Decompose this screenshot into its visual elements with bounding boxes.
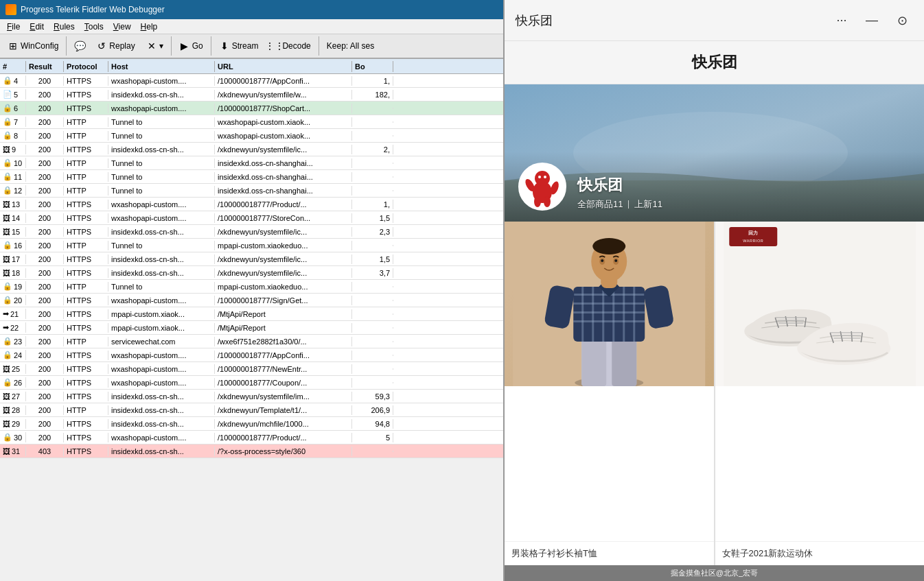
cell-num-8: 🔒 12 (0, 185, 26, 195)
cell-url-5: /xkdnewyun/systemfile/ic... (215, 145, 352, 154)
table-row[interactable]: ➡ 22 200 HTTPS mpapi-custom.xiaok... /Mt… (0, 321, 503, 335)
cell-host-9: wxashopapi-custom.... (108, 200, 215, 209)
table-row[interactable]: 🔒 16 200 HTTP Tunnel to mpapi-custom.xia… (0, 239, 503, 252)
product-card-2[interactable]: 回力 WARRIOR (715, 222, 925, 565)
cell-url-11: /xkdnewyun/systemfile/ic... (215, 227, 352, 237)
session-list[interactable]: 🔒 4 200 HTTPS wxashopapi-custom.... /100… (0, 74, 503, 581)
remove-dropdown: ▾ (159, 41, 163, 51)
cell-host-12: Tunnel to (108, 241, 215, 250)
winconfig-button[interactable]: ⊞ WinConfig (3, 38, 63, 54)
cell-result-2: 200 (26, 104, 64, 113)
cell-body-6 (352, 163, 393, 164)
cell-url-13: /xkdnewyun/systemfile/ic... (215, 254, 352, 264)
row-icon: 📄 (3, 90, 12, 99)
cell-protocol-8: HTTP (64, 186, 108, 195)
menu-help[interactable]: Help (137, 21, 162, 33)
table-row[interactable]: 🔒 10 200 HTTP Tunnel to insidexkd.oss-cn… (0, 156, 503, 170)
row-number: 26 (14, 379, 22, 387)
cell-num-12: 🔒 16 (0, 240, 26, 250)
col-header-protocol[interactable]: Protocol (64, 61, 108, 72)
table-row[interactable]: 🔒 24 200 HTTPS wxashopapi-custom.... /10… (0, 348, 503, 362)
keep-label: Keep: All ses (327, 41, 374, 51)
minimize-button[interactable]: — (861, 10, 883, 32)
cell-body-19 (352, 341, 393, 342)
table-row[interactable]: 🖼 29 200 HTTPS insidexkd.oss-cn-sh... /x… (0, 417, 503, 431)
more-button[interactable]: ··· (831, 10, 853, 32)
menu-rules[interactable]: Rules (49, 21, 79, 33)
table-row[interactable]: 🖼 15 200 HTTPS insidexkd.oss-cn-sh... /x… (0, 225, 503, 239)
keep-button[interactable]: Keep: All ses (322, 38, 379, 54)
table-row[interactable]: 🔒 30 200 HTTPS wxashopapi-custom.... /10… (0, 431, 503, 444)
svg-point-7 (534, 196, 541, 207)
menu-view[interactable]: View (109, 21, 135, 33)
table-row[interactable]: 🖼 9 200 HTTPS insidexkd.oss-cn-sh... /xk… (0, 143, 503, 156)
comment-button[interactable]: 💬 (69, 38, 90, 54)
wechat-topbar: 快乐团 ··· — ⊙ (505, 0, 924, 41)
product-2-name-text: 女鞋子2021新款运动休 (722, 548, 813, 558)
cell-result-13: 200 (26, 254, 64, 264)
cell-host-17: mpapi-custom.xiaok... (108, 309, 215, 319)
product-card-1[interactable]: 男装格子衬衫长袖T恤 (505, 222, 714, 565)
table-row[interactable]: 🔒 4 200 HTTPS wxashopapi-custom.... /100… (0, 74, 503, 88)
table-row[interactable]: 🖼 31 403 HTTPS insidexkd.oss-cn-sh... /?… (0, 444, 503, 458)
cell-body-17 (352, 313, 393, 315)
table-row[interactable]: 🔒 19 200 HTTP Tunnel to mpapi-custom.xia… (0, 280, 503, 294)
replay-button[interactable]: ↺ Replay (91, 38, 139, 54)
cell-body-0: 1, (352, 76, 393, 86)
cell-result-5: 200 (26, 145, 64, 154)
table-row[interactable]: 🖼 17 200 HTTPS insidexkd.oss-cn-sh... /x… (0, 252, 503, 266)
row-icon: ➡ (3, 323, 9, 332)
table-row[interactable]: 🖼 27 200 HTTPS insidexkd.oss-cn-sh... /x… (0, 390, 503, 403)
store-header-title: 快乐团 (692, 54, 737, 71)
cell-url-19: /wxe6f751e2882f1a30/0/... (215, 337, 352, 346)
product-image-1 (505, 222, 714, 541)
menu-file[interactable]: File (3, 21, 24, 33)
cell-result-3: 200 (26, 117, 64, 127)
cell-protocol-20: HTTPS (64, 351, 108, 360)
table-row[interactable]: 🖼 14 200 HTTPS wxashopapi-custom.... /10… (0, 211, 503, 225)
table-row[interactable]: ➡ 21 200 HTTPS mpapi-custom.xiaok... /Mt… (0, 307, 503, 321)
svg-point-8 (544, 196, 551, 207)
cell-body-4 (352, 135, 393, 137)
cell-url-7: insidexkd.oss-cn-shanghai... (215, 172, 352, 182)
cell-protocol-21: HTTPS (64, 364, 108, 374)
cell-url-18: /MtjApi/Report (215, 323, 352, 333)
menu-tools[interactable]: Tools (80, 21, 108, 33)
table-row[interactable]: 🔒 6 200 HTTPS wxashopapi-custom.... /100… (0, 102, 503, 115)
cell-body-8 (352, 190, 393, 191)
cell-result-12: 200 (26, 241, 64, 250)
col-header-host[interactable]: Host (108, 61, 215, 72)
cell-protocol-12: HTTP (64, 241, 108, 250)
col-header-num[interactable]: # (0, 61, 26, 72)
menu-edit[interactable]: Edit (25, 21, 48, 33)
stream-button[interactable]: ⬇ Stream (214, 38, 264, 54)
table-row[interactable]: 🖼 28 200 HTTP insidexkd.oss-cn-sh... /xk… (0, 403, 503, 417)
table-row[interactable]: 🖼 25 200 HTTPS wxashopapi-custom.... /10… (0, 362, 503, 376)
table-row[interactable]: 🔒 11 200 HTTP Tunnel to insidexkd.oss-cn… (0, 170, 503, 184)
go-label: Go (192, 41, 203, 51)
go-button[interactable]: ▶ Go (174, 38, 208, 54)
svg-rect-27 (633, 287, 635, 342)
cell-result-1: 200 (26, 90, 64, 99)
table-row[interactable]: 🔒 23 200 HTTP servicewechat.com /wxe6f75… (0, 335, 503, 348)
stream-icon: ⬇ (219, 40, 230, 51)
table-row[interactable]: 🔒 12 200 HTTP Tunnel to insidexkd.oss-cn… (0, 184, 503, 198)
table-row[interactable]: 🔒 26 200 HTTPS wxashopapi-custom.... /10… (0, 376, 503, 390)
table-row[interactable]: 🖼 13 200 HTTPS wxashopapi-custom.... /10… (0, 198, 503, 211)
row-number: 25 (12, 365, 20, 373)
table-row[interactable]: 🔒 8 200 HTTP Tunnel to wxashopapi-custom… (0, 129, 503, 143)
col-header-url[interactable]: URL (215, 61, 352, 72)
table-row[interactable]: 🔒 20 200 HTTPS wxashopapi-custom.... /10… (0, 294, 503, 307)
remove-button[interactable]: ✕ ▾ (141, 38, 168, 54)
table-row[interactable]: 🖼 18 200 HTTPS insidexkd.oss-cn-sh... /x… (0, 266, 503, 280)
table-row[interactable]: 🔒 7 200 HTTP Tunnel to wxashopapi-custom… (0, 115, 503, 129)
table-row[interactable]: 📄 5 200 HTTPS insidexkd.oss-cn-sh... /xk… (0, 88, 503, 102)
col-header-result[interactable]: Result (26, 61, 64, 72)
product-name-2: 女鞋子2021新款运动休 (715, 541, 925, 565)
cell-body-15 (352, 286, 393, 287)
decode-button[interactable]: ⋮⋮ Decode (264, 38, 315, 54)
cell-num-5: 🖼 9 (0, 145, 26, 154)
record-button[interactable]: ⊙ (891, 10, 913, 32)
col-header-body[interactable]: Bo (352, 61, 393, 72)
cell-num-13: 🖼 17 (0, 254, 26, 264)
